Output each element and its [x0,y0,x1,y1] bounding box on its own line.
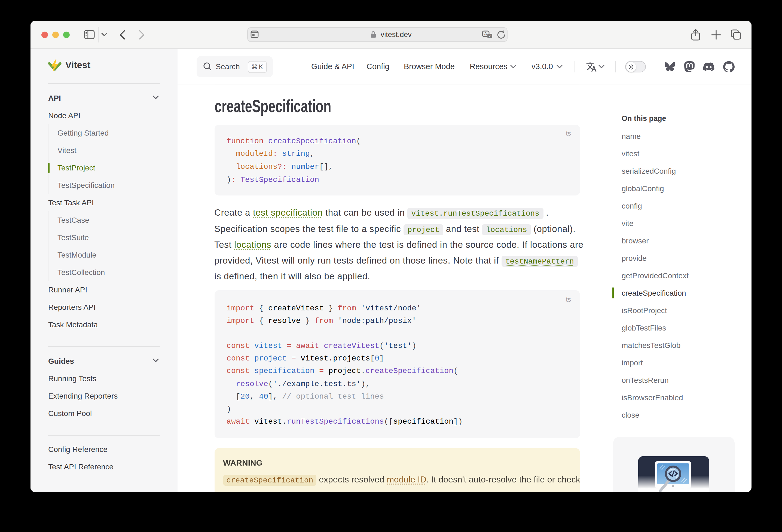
svg-text:A: A [484,32,487,36]
svg-text:x: x [489,34,491,38]
